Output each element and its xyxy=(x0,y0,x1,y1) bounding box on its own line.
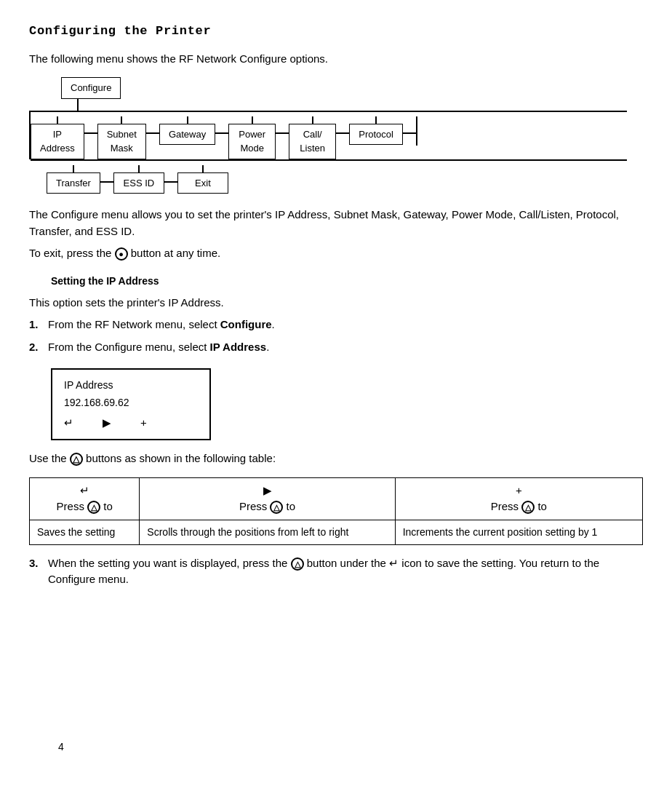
step-2-num: 2. xyxy=(29,339,42,356)
ip-display-address: 192.168.69.62 xyxy=(64,394,198,412)
table-cell-3: Increments the current position setting … xyxy=(395,520,642,544)
menu-item-exit: Exit xyxy=(177,172,228,194)
ip-icon-right: ▶ xyxy=(103,413,111,432)
body-text-1: The Configure menu allows you to set the… xyxy=(29,207,643,239)
th-btn-2: △ xyxy=(270,501,283,514)
menu-item-ip-address: IPAddress xyxy=(31,124,84,159)
table-header-2: ▶ Press △ to xyxy=(140,477,395,520)
ip-icon-enter: ↵ xyxy=(64,413,73,432)
exit-button-icon: ● xyxy=(115,247,128,261)
menu-item-power-mode: PowerMode xyxy=(228,124,276,159)
step-1-num: 1. xyxy=(29,317,42,333)
table-cell-2: Scrolls through the positions from left … xyxy=(140,520,395,544)
step-3: 3. When the setting you want is displaye… xyxy=(29,555,643,588)
ip-icon-plus: + xyxy=(140,413,147,432)
step-1-text: From the RF Network menu, select Configu… xyxy=(48,317,275,333)
steps-list: 1. From the RF Network menu, select Conf… xyxy=(29,317,643,355)
page-title: Configuring the Printer xyxy=(29,22,643,41)
table-cell-1: Saves the setting xyxy=(30,520,140,544)
step-3-text: When the setting you want is displayed, … xyxy=(48,555,643,588)
body-text-3: This option sets the printer's IP Addres… xyxy=(29,295,643,311)
configure-menu-box: Configure xyxy=(61,77,121,99)
menu-item-protocol: Protocol xyxy=(349,124,403,146)
table-header-3: + Press △ to xyxy=(395,477,642,520)
menu-diagram: Configure IPAddress xyxy=(29,77,643,194)
step-3-num: 3. xyxy=(29,555,42,588)
ip-display-icons-row: ↵ ▶ + xyxy=(64,413,198,432)
info-table: ↵ Press △ to ▶ Press △ to + Press △ to S… xyxy=(29,477,643,545)
menu-item-gateway: Gateway xyxy=(159,124,215,146)
th-btn-3: △ xyxy=(521,501,535,514)
up-button-icon: △ xyxy=(70,453,83,466)
section-heading-ip: Setting the IP Address xyxy=(51,274,643,289)
menu-item-ess-id: ESS ID xyxy=(113,172,164,194)
th-btn-1: △ xyxy=(87,501,100,514)
page-number: 4 xyxy=(58,739,64,755)
step-3-list: 3. When the setting you want is displaye… xyxy=(29,555,643,588)
table-row: Saves the setting Scrolls through the po… xyxy=(30,520,643,544)
intro-text: The following menu shows the RF Network … xyxy=(29,51,643,68)
menu-item-transfer: Transfer xyxy=(47,172,100,194)
step-1: 1. From the RF Network menu, select Conf… xyxy=(29,317,643,333)
table-header-1: ↵ Press △ to xyxy=(30,477,140,520)
step3-button-icon: △ xyxy=(291,557,304,571)
use-buttons-text: Use the △ buttons as shown in the follow… xyxy=(29,450,643,467)
step-2-text: From the Configure menu, select IP Addre… xyxy=(48,339,269,356)
step-2: 2. From the Configure menu, select IP Ad… xyxy=(29,339,643,356)
menu-item-call-listen: Call/Listen xyxy=(289,124,336,159)
body-text-2: To exit, press the ● button at any time. xyxy=(29,245,643,262)
ip-display-box: IP Address 192.168.69.62 ↵ ▶ + xyxy=(51,368,211,440)
menu-item-subnet-mask: SubnetMask xyxy=(97,124,146,159)
ip-display-title: IP Address xyxy=(64,377,198,394)
